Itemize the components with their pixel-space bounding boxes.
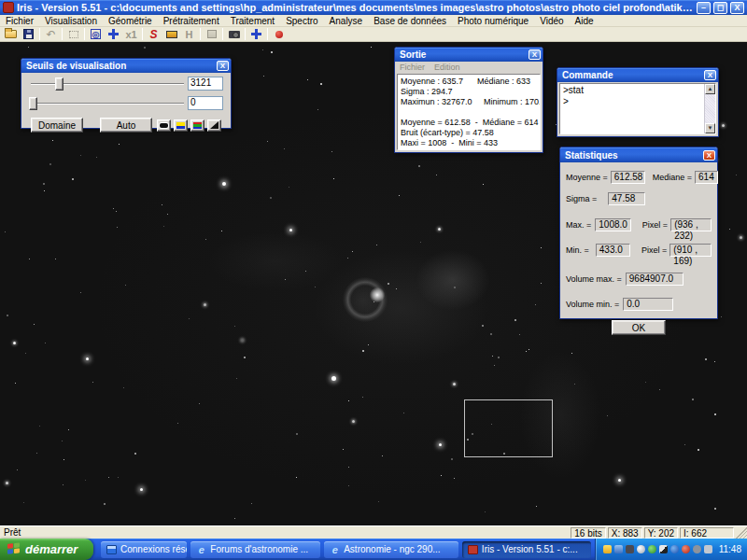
menu-pretraitement[interactable]: Prétraitement xyxy=(158,16,225,26)
command-input-area[interactable]: >stat > ▲ ▼ xyxy=(559,83,716,134)
crop-button[interactable] xyxy=(64,27,82,41)
statistiques-titlebar[interactable]: Statistiques X xyxy=(560,147,717,162)
window-title: Iris - Version 5.51 - c:\documents and s… xyxy=(17,2,694,13)
star xyxy=(5,231,6,232)
menu-visualisation[interactable]: Visualisation xyxy=(39,16,103,26)
menu-traitement[interactable]: Traitement xyxy=(225,16,280,26)
menu-analyse[interactable]: Analyse xyxy=(324,16,369,26)
task-connexions-reseau[interactable]: Connexions réseau xyxy=(101,541,187,558)
shield-icon[interactable] xyxy=(603,545,612,553)
commande-titlebar[interactable]: Commande X xyxy=(557,68,718,82)
volume-icon[interactable] xyxy=(682,545,690,553)
zoom-x1-button[interactable]: x1 xyxy=(122,27,140,41)
seuils-close-icon[interactable]: X xyxy=(217,61,229,71)
graphics-icon[interactable] xyxy=(659,545,668,553)
resize-grip[interactable] xyxy=(736,527,747,539)
compass-button[interactable] xyxy=(247,27,265,41)
display-mode-buttons xyxy=(157,119,221,132)
menu-spectro[interactable]: Spectro xyxy=(280,16,323,26)
high-threshold-input[interactable]: 3121 xyxy=(188,77,223,91)
histogram-button[interactable]: H xyxy=(180,27,198,41)
menu-fichier[interactable]: Fichier xyxy=(0,16,39,26)
status-x: X: 883 xyxy=(608,527,642,539)
commande-title: Commande xyxy=(562,70,701,80)
save-button[interactable] xyxy=(20,27,37,41)
commande-close-icon[interactable]: X xyxy=(704,70,716,80)
menu-video[interactable]: Vidéo xyxy=(534,16,569,26)
auto-button[interactable]: Auto xyxy=(100,118,152,133)
domaine-button[interactable]: Domaine xyxy=(31,118,83,133)
internet-explorer-icon: e xyxy=(330,545,340,554)
stat-row-min: Min. = 433.0 Pixel = (910 , 169) xyxy=(560,244,717,257)
star xyxy=(72,178,74,180)
star xyxy=(6,482,8,484)
sortie-menu-fichier[interactable]: Fichier xyxy=(400,63,425,72)
seuils-titlebar[interactable]: Seuils de visualisation X xyxy=(21,59,231,73)
menu-geometrie[interactable]: Géométrie xyxy=(103,16,158,26)
star xyxy=(331,151,332,152)
update-icon[interactable] xyxy=(648,545,656,553)
magnifier-icon[interactable] xyxy=(637,545,645,553)
low-slider-thumb[interactable] xyxy=(29,97,37,110)
open-button[interactable] xyxy=(2,27,20,41)
close-button[interactable]: X xyxy=(730,2,744,14)
palette-button[interactable] xyxy=(162,27,180,41)
star xyxy=(134,453,136,455)
messenger-icon[interactable] xyxy=(670,545,679,553)
star xyxy=(119,144,120,145)
star xyxy=(482,325,484,327)
display-icon[interactable] xyxy=(614,545,623,553)
statistiques-close-icon[interactable]: X xyxy=(703,150,715,161)
low-threshold-input[interactable]: 0 xyxy=(188,96,223,110)
grid-button[interactable] xyxy=(203,27,220,41)
usb-icon[interactable] xyxy=(693,545,701,553)
maximize-button[interactable]: ◻ xyxy=(713,2,727,14)
start-button[interactable]: démarrer xyxy=(0,539,93,560)
minimize-button[interactable]: – xyxy=(697,2,711,14)
commande-scrollbar[interactable]: ▲ ▼ xyxy=(704,84,715,133)
high-slider-thumb[interactable] xyxy=(55,77,63,91)
star xyxy=(454,478,455,479)
bright-star xyxy=(222,182,226,186)
toolbar-separator xyxy=(62,28,63,40)
app-icon[interactable] xyxy=(626,545,634,553)
task-forums-astronomie[interactable]: e Forums d'astronomie ... xyxy=(190,541,320,558)
menu-photo-numerique[interactable]: Photo numérique xyxy=(452,16,534,26)
black-white-button[interactable] xyxy=(157,119,171,132)
scroll-up-icon[interactable]: ▲ xyxy=(705,84,715,94)
high-slider-track[interactable] xyxy=(31,83,184,85)
star xyxy=(368,344,369,345)
task-iris-active[interactable]: Iris - Version 5.51 - c:... xyxy=(462,541,591,558)
star xyxy=(39,426,40,427)
ok-button[interactable]: OK xyxy=(612,320,666,335)
menu-aide[interactable]: Aide xyxy=(570,16,599,26)
grid-target-button[interactable]: ◎ xyxy=(87,27,105,41)
star xyxy=(96,157,97,158)
main-titlebar[interactable]: Iris - Version 5.51 - c:\documents and s… xyxy=(0,0,747,15)
sortie-menu-edition[interactable]: Edition xyxy=(434,63,460,72)
sortie-menubar: Fichier Edition xyxy=(395,62,543,73)
rgb-button[interactable] xyxy=(190,119,204,132)
star xyxy=(438,228,441,231)
camera-button[interactable] xyxy=(225,27,243,41)
seuils-dialog: Seuils de visualisation X 3121 0 Domaine… xyxy=(21,58,232,129)
star xyxy=(348,467,349,468)
statusbar: Prêt 16 bits X: 883 Y: 202 I: 662 xyxy=(0,525,747,539)
sortie-close-icon[interactable]: X xyxy=(529,49,541,60)
spectro-button[interactable]: S xyxy=(145,27,162,41)
pan-button[interactable] xyxy=(105,27,122,41)
network-tray-icon[interactable] xyxy=(704,545,712,553)
star xyxy=(536,506,537,507)
yellow-blue-button[interactable] xyxy=(174,119,188,132)
menu-base-de-donnees[interactable]: Base de données xyxy=(368,16,452,26)
scroll-down-icon[interactable]: ▼ xyxy=(705,123,715,133)
toolbar-separator xyxy=(245,28,246,40)
sortie-titlebar[interactable]: Sortie X xyxy=(395,48,543,62)
ramp-button[interactable] xyxy=(207,119,221,132)
system-tray: 11:48 xyxy=(595,539,747,560)
star xyxy=(263,76,264,77)
undo-button[interactable]: ↶ xyxy=(42,27,60,41)
record-button[interactable] xyxy=(270,27,288,41)
low-slider-track[interactable] xyxy=(31,103,184,105)
task-astronomie-ngc[interactable]: e Astronomie - ngc 290... xyxy=(324,541,458,558)
